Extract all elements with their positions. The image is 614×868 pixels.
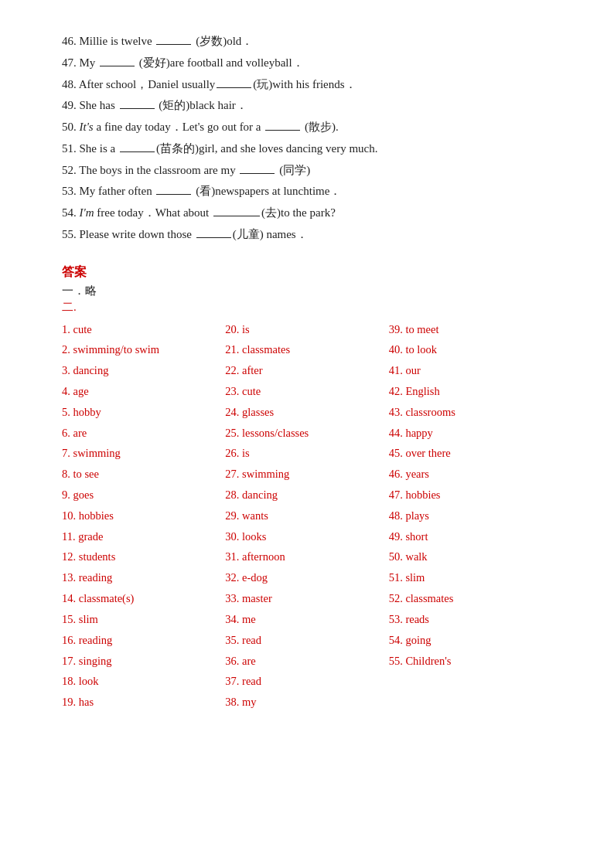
- answer-item: 13. reading: [62, 567, 225, 588]
- answer-item: 4. age: [62, 381, 225, 402]
- answer-item: 44. happy: [389, 423, 552, 444]
- answer-item: 8. to see: [62, 464, 225, 485]
- question-48: 48. After school，Daniel usually(玩)with h…: [62, 74, 552, 96]
- answer-item: 5. hobby: [62, 402, 225, 423]
- answer-item: 29. wants: [225, 505, 388, 526]
- blank-50: [265, 130, 300, 131]
- answer-item: 31. afternoon: [225, 546, 388, 567]
- questions-section: 46. Millie is twelve (岁数)old． 47. My (爱好…: [62, 31, 552, 246]
- blank-48: [217, 87, 251, 88]
- answer-item: 43. classrooms: [389, 402, 552, 423]
- answer-item: 32. e-dog: [225, 567, 388, 588]
- answer-item: 35. read: [225, 630, 388, 651]
- answer-item: 53. reads: [389, 609, 552, 630]
- blank-55: [196, 237, 231, 238]
- answer-item: 46. years: [389, 464, 552, 485]
- answer-item: 52. classmates: [389, 588, 552, 609]
- answer-item: 20. is: [225, 319, 388, 340]
- answer-item: 39. to meet: [389, 319, 552, 340]
- answer-item: 48. plays: [389, 505, 552, 526]
- answer-item: 15. slim: [62, 609, 225, 630]
- blank-52: [240, 173, 275, 174]
- answer-item: 50. walk: [389, 546, 552, 567]
- answer-item: 9. goes: [62, 485, 225, 505]
- answer-item: 1. cute: [62, 319, 225, 340]
- section-yi: 一．略: [62, 284, 552, 298]
- answer-item: 34. me: [225, 609, 388, 630]
- answer-item: 23. cute: [225, 381, 388, 402]
- blank-49: [120, 108, 155, 109]
- answer-item: 49. short: [389, 526, 552, 547]
- answer-item: 16. reading: [62, 630, 225, 651]
- question-51: 51. She is a (苗条的)girl, and she loves da…: [62, 138, 552, 160]
- answer-item: 28. dancing: [225, 485, 388, 505]
- answer-item: 12. students: [62, 546, 225, 567]
- answer-item: 27. swimming: [225, 464, 388, 485]
- answer-item: 11. grade: [62, 526, 225, 547]
- answer-item: 45. over there: [389, 443, 552, 464]
- answers-title: 答案: [62, 264, 552, 281]
- answer-item: 54. going: [389, 630, 552, 651]
- blank-46: [156, 44, 191, 45]
- question-52: 52. The boys in the classroom are my (同学…: [62, 160, 552, 182]
- answer-item: 17. singing: [62, 651, 225, 672]
- answer-item: 55. Children's: [389, 651, 552, 672]
- question-55: 55. Please write down those (儿童) names．: [62, 224, 552, 246]
- question-53: 53. My father often (看)newspapers at lun…: [62, 181, 552, 203]
- question-46: 46. Millie is twelve (岁数)old．: [62, 31, 552, 53]
- answer-item: 10. hobbies: [62, 505, 225, 526]
- answer-item: 47. hobbies: [389, 485, 552, 505]
- answer-item: 37. read: [225, 671, 388, 692]
- answer-item: 2. swimming/to swim: [62, 339, 225, 360]
- question-49: 49. She has (矩的)black hair．: [62, 95, 552, 117]
- answer-item: 7. swimming: [62, 443, 225, 464]
- answer-item: 36. are: [225, 651, 388, 672]
- answer-item: 40. to look: [389, 339, 552, 360]
- answer-item: 6. are: [62, 423, 225, 444]
- answer-item: 19. has: [62, 692, 225, 713]
- section-er: 二.: [62, 300, 552, 315]
- answer-item: 51. slim: [389, 567, 552, 588]
- answers-section: 答案 一．略 二. 1. cute20. is39. to meet2. swi…: [62, 264, 552, 713]
- answer-item: [389, 692, 552, 713]
- answers-grid: 1. cute20. is39. to meet2. swimming/to s…: [62, 319, 552, 713]
- answer-item: 24. glasses: [225, 402, 388, 423]
- answer-item: 38. my: [225, 692, 388, 713]
- answer-item: 3. dancing: [62, 360, 225, 381]
- question-54: 54. I'm free today．What about (去)to the …: [62, 203, 552, 224]
- answer-item: 30. looks: [225, 526, 388, 547]
- answer-item: 26. is: [225, 443, 388, 464]
- answer-item: 33. master: [225, 588, 388, 609]
- question-47: 47. My (爱好)are football and volleyball．: [62, 53, 552, 74]
- question-50: 50. It's a fine day today．Let's go out f…: [62, 117, 552, 138]
- blank-51: [120, 151, 155, 152]
- answer-item: 21. classmates: [225, 339, 388, 360]
- answer-item: 22. after: [225, 360, 388, 381]
- blank-47: [100, 66, 135, 66]
- answer-item: 25. lessons/classes: [225, 423, 388, 444]
- blank-53: [156, 194, 191, 195]
- answer-item: [389, 671, 552, 692]
- answer-item: 41. our: [389, 360, 552, 381]
- answer-item: 42. English: [389, 381, 552, 402]
- blank-54: [213, 216, 260, 216]
- answer-item: 14. classmate(s): [62, 588, 225, 609]
- answer-item: 18. look: [62, 671, 225, 692]
